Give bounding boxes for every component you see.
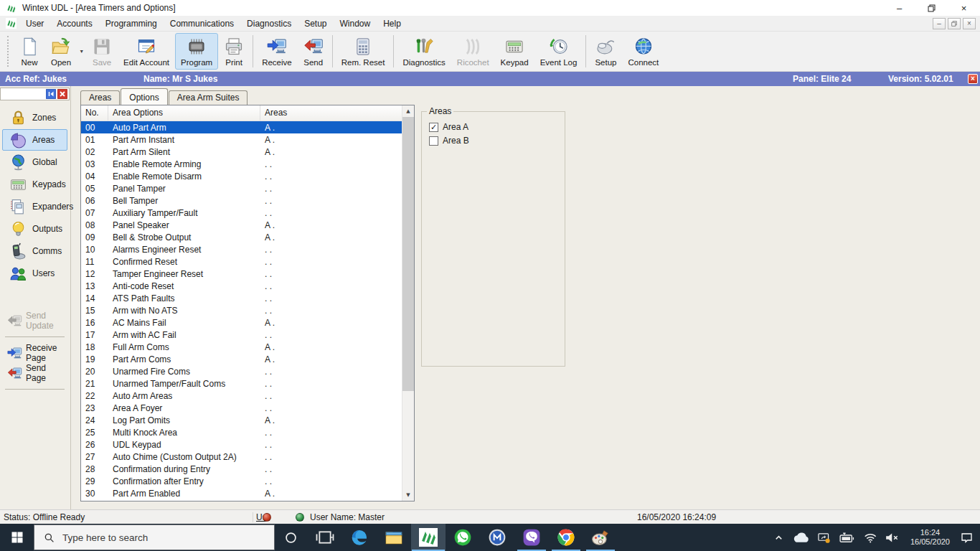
table-row[interactable]: 18Full Arm ComsA .: [81, 341, 402, 353]
toolbar-button-event-log[interactable]: Event Log: [534, 33, 583, 70]
table-row[interactable]: 02Part Arm SilentA .: [81, 146, 402, 158]
table-row[interactable]: 21Unarmed Tamper/Fault Coms. .: [81, 377, 402, 390]
taskbar-app-viber[interactable]: [514, 524, 549, 551]
table-row[interactable]: 23Area A Foyer. .: [81, 402, 402, 414]
tab-options[interactable]: Options: [121, 88, 167, 105]
toolbar-button-new[interactable]: New: [14, 33, 45, 70]
table-row[interactable]: 14ATS Path Faults. .: [81, 292, 402, 304]
action-center-icon[interactable]: [961, 532, 973, 543]
table-row[interactable]: 06Bell Tamper. .: [81, 194, 402, 207]
nav-close-icon[interactable]: [57, 89, 67, 99]
table-row[interactable]: 26UDL Keypad. .: [81, 438, 402, 451]
open-dropdown-icon[interactable]: ▼: [77, 33, 86, 70]
table-row[interactable]: 19Part Arm ComsA .: [81, 353, 402, 365]
table-row[interactable]: 07Auxiliary Tamper/Fault. .: [81, 207, 402, 219]
table-row[interactable]: 15Arm with No ATS. .: [81, 304, 402, 316]
table-row[interactable]: 11Confirmed Reset. .: [81, 255, 402, 268]
table-row[interactable]: 27Auto Chime (Custom Output 2A). .: [81, 451, 402, 463]
table-row[interactable]: 08Panel SpeakerA .: [81, 219, 402, 231]
sidebar-item-global[interactable]: Global: [2, 151, 67, 173]
toolbar-button-edit-account[interactable]: Edit Account: [118, 33, 175, 70]
table-row[interactable]: 28Confirmation during Entry. .: [81, 463, 402, 475]
checkbox-area-b[interactable]: Area B: [429, 136, 565, 146]
mdi-restore-icon[interactable]: [948, 18, 961, 29]
table-row[interactable]: 24Log Part OmitsA .: [81, 414, 402, 426]
table-row[interactable]: 20Unarmed Fire Coms. .: [81, 365, 402, 377]
sidebar-action-send-page[interactable]: Send Page: [2, 364, 67, 382]
taskbar-app-whatsapp[interactable]: [446, 524, 480, 551]
menu-communications[interactable]: Communications: [164, 17, 240, 31]
toolbar-button-save[interactable]: Save: [86, 33, 118, 70]
menu-diagnostics[interactable]: Diagnostics: [240, 17, 298, 31]
sidebar-item-expanders[interactable]: Expanders: [2, 196, 67, 217]
menu-programming[interactable]: Programming: [99, 17, 164, 31]
menu-user[interactable]: User: [19, 17, 50, 31]
toolbar-button-open[interactable]: Open: [45, 33, 77, 70]
taskbar-app-file-explorer[interactable]: [377, 524, 411, 551]
taskbar-app-task-view[interactable]: [308, 524, 342, 551]
table-row[interactable]: 25Multi Knock Area. .: [81, 426, 402, 438]
toolbar-button-diagnostics[interactable]: Diagnostics: [397, 33, 451, 70]
vertical-scrollbar[interactable]: ▲ ▼: [402, 105, 414, 501]
toolbar-button-ricochet[interactable]: Ricochet: [451, 33, 495, 70]
sidebar-item-areas[interactable]: Areas: [2, 129, 67, 151]
sidebar-item-comms[interactable]: Comms: [2, 240, 67, 262]
table-row[interactable]: 03Enable Remote Arming. .: [81, 158, 402, 170]
table-row[interactable]: 30Part Arm EnabledA .: [81, 487, 402, 499]
taskbar-app-wintex[interactable]: [411, 524, 446, 551]
scroll-thumb[interactable]: [402, 117, 414, 391]
toolbar-button-keypad[interactable]: Keypad: [495, 33, 534, 70]
taskbar-app-paint[interactable]: [583, 524, 618, 551]
sidebar-item-keypads[interactable]: Keypads: [2, 174, 67, 195]
table-row[interactable]: 16AC Mains FailA .: [81, 316, 402, 329]
checkbox-box[interactable]: ✓: [429, 123, 438, 132]
table-row[interactable]: 04Enable Remote Disarm. .: [81, 170, 402, 182]
volume-muted-icon[interactable]: [885, 532, 900, 543]
table-row[interactable]: 09Bell & Strobe OutputA .: [81, 231, 402, 243]
tab-areas[interactable]: Areas: [80, 90, 120, 105]
checkbox-box[interactable]: [429, 136, 438, 146]
table-row[interactable]: 00Auto Part ArmA .: [81, 121, 402, 133]
taskbar-app-edge[interactable]: [342, 524, 377, 551]
scroll-up-icon[interactable]: ▲: [402, 105, 414, 117]
search-input[interactable]: [62, 532, 235, 543]
battery-icon[interactable]: [839, 532, 855, 543]
taskbar-app-chrome[interactable]: [549, 524, 583, 551]
column-header-area-options[interactable]: Area Options: [108, 105, 260, 121]
minimize-icon[interactable]: –: [883, 0, 915, 16]
taskbar-clock[interactable]: 16:24 16/05/2020: [910, 528, 950, 547]
table-row[interactable]: 17Arm with AC Fail. .: [81, 329, 402, 341]
toolbar-button-connect[interactable]: Connect: [622, 33, 664, 70]
tab-area-arm-suites[interactable]: Area Arm Suites: [169, 90, 248, 105]
onedrive-icon[interactable]: [793, 532, 809, 543]
toolbar-button-send[interactable]: Send: [298, 33, 329, 70]
menu-setup[interactable]: Setup: [298, 17, 333, 31]
menu-accounts[interactable]: Accounts: [50, 17, 98, 31]
cortana-button[interactable]: [275, 524, 306, 551]
scroll-down-icon[interactable]: ▼: [402, 489, 414, 501]
toolbar-button-print[interactable]: Print: [218, 33, 250, 70]
taskbar-search[interactable]: [34, 524, 275, 550]
mdi-minimize-icon[interactable]: –: [933, 18, 946, 29]
toolbar-button-rem-reset[interactable]: Rem. Reset: [336, 33, 391, 70]
column-header-areas[interactable]: Areas: [260, 105, 414, 121]
sidebar-item-zones[interactable]: Zones: [2, 107, 67, 128]
sidebar-item-users[interactable]: Users: [2, 263, 67, 284]
sidebar-action-receive-page[interactable]: Receive Page: [2, 344, 67, 362]
toolbar-button-program[interactable]: Program: [175, 33, 218, 70]
column-header-no[interactable]: No.: [81, 105, 108, 121]
table-row[interactable]: 13Anti-code Reset. .: [81, 280, 402, 292]
toolbar-button-receive[interactable]: Receive: [256, 33, 298, 70]
tray-expand-icon[interactable]: [773, 532, 784, 543]
menu-help[interactable]: Help: [377, 17, 407, 31]
wifi-icon[interactable]: [864, 532, 877, 543]
table-row[interactable]: 22Auto Arm Areas. .: [81, 390, 402, 402]
checkbox-area-a[interactable]: ✓Area A: [429, 122, 565, 132]
restore-icon[interactable]: [915, 0, 948, 16]
table-row[interactable]: 01Part Arm InstantA .: [81, 133, 402, 146]
sidebar-item-outputs[interactable]: Outputs: [2, 218, 67, 240]
close-icon[interactable]: ×: [948, 0, 980, 16]
mdi-close-icon[interactable]: ×: [963, 18, 976, 29]
toolbar-button-setup[interactable]: Setup: [589, 33, 622, 70]
taskbar-app-messenger-m[interactable]: [480, 524, 514, 551]
